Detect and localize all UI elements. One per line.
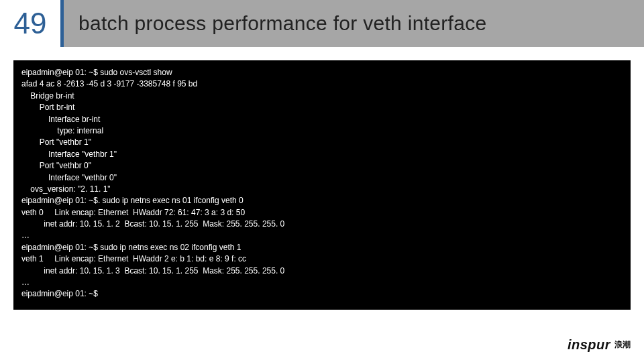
terminal-output: eipadmin@eip 01: ~$ sudo ovs-vsctl show … xyxy=(13,60,631,310)
slide-header: 49 batch process performance for veth in… xyxy=(0,0,644,47)
slide-number: 49 xyxy=(0,0,64,47)
footer-logo: inspur 浪潮 xyxy=(568,337,631,353)
logo-cn: 浪潮 xyxy=(614,339,631,351)
slide-title: batch process performance for veth inter… xyxy=(64,0,644,47)
logo-text: inspur xyxy=(568,337,610,353)
